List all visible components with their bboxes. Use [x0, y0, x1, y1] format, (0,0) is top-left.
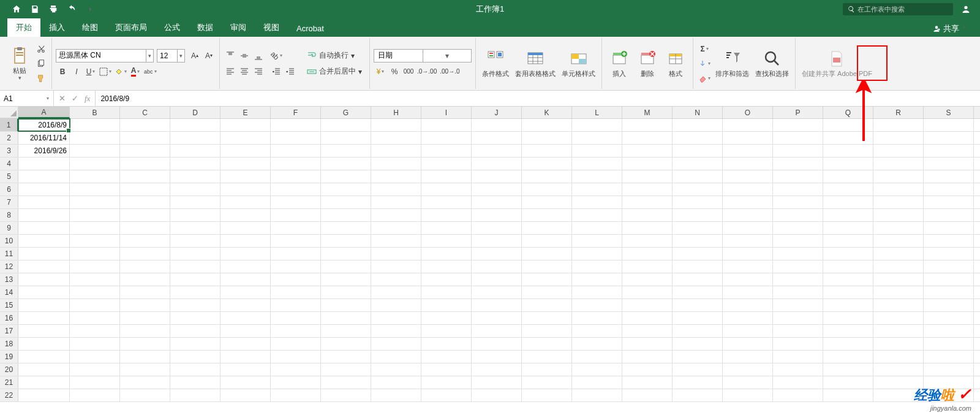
cell-M15[interactable] [622, 299, 673, 311]
cell-O19[interactable] [723, 351, 773, 363]
cell-B18[interactable] [70, 338, 120, 350]
cell-I22[interactable] [421, 389, 472, 401]
cell-R4[interactable] [873, 158, 924, 170]
cell-N2[interactable] [673, 132, 723, 144]
cell-H2[interactable] [371, 132, 421, 144]
cell-A14[interactable] [18, 286, 70, 298]
find-select-button[interactable]: 查找和选择 [753, 43, 791, 85]
cell-E3[interactable] [221, 145, 271, 157]
cell-I14[interactable] [421, 286, 472, 298]
row-header-4[interactable]: 4 [0, 158, 18, 170]
cell-S6[interactable] [924, 183, 974, 196]
cell-N12[interactable] [673, 260, 723, 273]
merge-center-button[interactable]: 合并后居中▾ [303, 65, 366, 78]
cell-B3[interactable] [70, 145, 120, 157]
row-header-8[interactable]: 8 [0, 209, 18, 221]
cell-L13[interactable] [572, 273, 622, 286]
row-header-14[interactable]: 14 [0, 286, 18, 298]
delete-cells-button[interactable]: 删除 [634, 43, 661, 85]
tab-home[interactable]: 开始 [7, 18, 40, 37]
cell-S18[interactable] [924, 338, 974, 350]
cell-J11[interactable] [472, 248, 522, 260]
cell-H4[interactable] [371, 158, 421, 170]
row-header-16[interactable]: 16 [0, 312, 18, 324]
cell-B10[interactable] [70, 235, 120, 247]
cell-B22[interactable] [70, 389, 120, 401]
cell-J3[interactable] [472, 145, 522, 157]
cell-R10[interactable] [873, 235, 924, 247]
cell-F21[interactable] [271, 376, 321, 389]
cell-B19[interactable] [70, 351, 120, 363]
cell-A19[interactable] [18, 351, 70, 363]
cell-B12[interactable] [70, 260, 120, 273]
font-name-combo[interactable]: ▾ [56, 49, 154, 63]
cell-C5[interactable] [120, 170, 170, 183]
col-header-C[interactable]: C [120, 107, 170, 118]
cell-D13[interactable] [170, 273, 221, 286]
cell-C17[interactable] [120, 325, 170, 337]
cell-Q14[interactable] [823, 286, 873, 298]
cell-K22[interactable] [522, 389, 572, 401]
cell-C13[interactable] [120, 273, 170, 286]
cell-F9[interactable] [271, 222, 321, 234]
cell-A21[interactable] [18, 376, 70, 389]
cell-E18[interactable] [221, 338, 271, 350]
cell-B15[interactable] [70, 299, 120, 311]
cell-O14[interactable] [723, 286, 773, 298]
cell-K7[interactable] [522, 196, 572, 208]
format-table-button[interactable]: 套用表格格式 [513, 43, 558, 85]
number-format-combo[interactable]: 日期▾ [374, 49, 472, 63]
cell-J12[interactable] [472, 260, 522, 273]
cell-B7[interactable] [70, 196, 120, 208]
cell-O6[interactable] [723, 183, 773, 196]
cell-I1[interactable] [421, 119, 472, 131]
cell-J6[interactable] [472, 183, 522, 196]
cell-K9[interactable] [522, 222, 572, 234]
row-header-20[interactable]: 20 [0, 363, 18, 376]
cell-F14[interactable] [271, 286, 321, 298]
cell-N11[interactable] [673, 248, 723, 260]
cell-N22[interactable] [673, 389, 723, 401]
enter-formula-button[interactable]: ✓ [72, 94, 78, 103]
cell-C21[interactable] [120, 376, 170, 389]
cell-R19[interactable] [873, 351, 924, 363]
cell-G7[interactable] [321, 196, 371, 208]
cell-R14[interactable] [873, 286, 924, 298]
cell-P9[interactable] [773, 222, 823, 234]
row-header-11[interactable]: 11 [0, 248, 18, 260]
cell-F5[interactable] [271, 170, 321, 183]
cell-P22[interactable] [773, 389, 823, 401]
cell-Q7[interactable] [823, 196, 873, 208]
increase-font-button[interactable]: A▴ [188, 49, 202, 63]
cell-P17[interactable] [773, 325, 823, 337]
cell-D21[interactable] [170, 376, 221, 389]
row-header-5[interactable]: 5 [0, 170, 18, 183]
cell-R8[interactable] [873, 209, 924, 221]
cell-H19[interactable] [371, 351, 421, 363]
cell-G13[interactable] [321, 273, 371, 286]
cell-J20[interactable] [472, 363, 522, 376]
cell-Q8[interactable] [823, 209, 873, 221]
cell-P11[interactable] [773, 248, 823, 260]
tab-data[interactable]: 数据 [189, 18, 222, 37]
cell-F10[interactable] [271, 235, 321, 247]
fx-button[interactable]: fx [85, 94, 90, 104]
cell-F17[interactable] [271, 325, 321, 337]
cell-L20[interactable] [572, 363, 622, 376]
cell-N6[interactable] [673, 183, 723, 196]
cell-K2[interactable] [522, 132, 572, 144]
cell-P14[interactable] [773, 286, 823, 298]
cell-C1[interactable] [120, 119, 170, 131]
cell-H12[interactable] [371, 260, 421, 273]
cell-J4[interactable] [472, 158, 522, 170]
adobe-pdf-button[interactable]: 创建并共享 Adobe PDF [799, 43, 875, 85]
fill-button[interactable]: ▾ [697, 57, 712, 70]
cell-F4[interactable] [271, 158, 321, 170]
cell-R7[interactable] [873, 196, 924, 208]
col-header-N[interactable]: N [673, 107, 723, 118]
cell-Q5[interactable] [823, 170, 873, 183]
cell-J17[interactable] [472, 325, 522, 337]
cell-M19[interactable] [622, 351, 673, 363]
cell-I8[interactable] [421, 209, 472, 221]
cell-G14[interactable] [321, 286, 371, 298]
